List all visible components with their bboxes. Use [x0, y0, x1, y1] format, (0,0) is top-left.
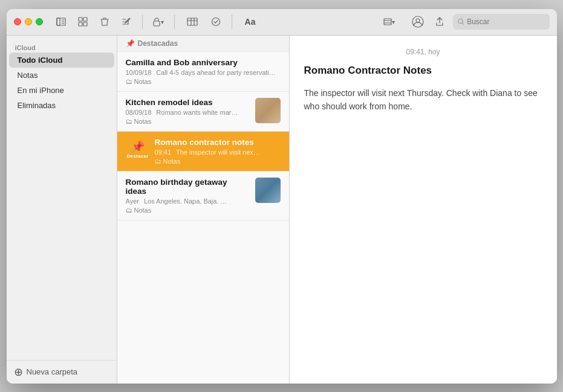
svg-point-18 — [412, 16, 423, 27]
note-folder-1: 🗂 Notas — [126, 78, 281, 85]
pin-icon-circle: 📌 Destacar — [126, 138, 150, 162]
svg-rect-0 — [57, 18, 60, 25]
svg-point-14 — [212, 18, 220, 26]
svg-rect-8 — [83, 22, 87, 26]
grid-view-button[interactable] — [74, 13, 91, 30]
minimize-button[interactable] — [25, 18, 32, 25]
note-meta-1: 10/09/18 Call 4-5 days ahead for party r… — [126, 69, 281, 76]
account-button[interactable] — [409, 13, 426, 30]
search-icon — [458, 18, 464, 25]
traffic-lights — [14, 18, 43, 25]
svg-rect-10 — [187, 18, 197, 25]
main-content: iCloud Todo iCloud Notas En mi iPhone El… — [7, 36, 557, 384]
sidebar-item-eliminadas[interactable]: Eliminadas — [9, 98, 114, 113]
lock-button[interactable]: ▾ — [150, 13, 167, 30]
folder-icon-2: 🗂 — [126, 118, 132, 125]
note-thumbnail-4 — [255, 178, 281, 203]
note-meta-2: 08/09/18 Romano wants white marble or gr… — [126, 109, 250, 116]
sidebar-item-label-iphone: En mi iPhone — [18, 86, 64, 95]
new-folder-button[interactable]: ⊕ Nueva carpeta — [14, 367, 109, 378]
svg-rect-15 — [384, 19, 391, 25]
notes-list-content: Camilla and Bob anniversary 10/09/18 Cal… — [117, 52, 289, 384]
note-thumbnail-2 — [255, 98, 281, 123]
note-item-inner-2: Kitchen remodel ideas 08/09/18 Romano wa… — [126, 98, 281, 125]
note-detail: 09:41, hoy Romano Contractor Notes The i… — [290, 36, 557, 384]
note-detail-body[interactable]: The inspector will visit next Thursday. … — [304, 86, 542, 114]
note-item-inner-4: Romano birthday getaway ideas Ayer Los A… — [126, 178, 281, 214]
sidebar-item-notas[interactable]: Notas — [9, 68, 114, 83]
note-item-3[interactable]: 📌 Destacar Romano contractor notes 09:41… — [117, 132, 289, 172]
note-text-2: Kitchen remodel ideas 08/09/18 Romano wa… — [126, 98, 250, 125]
note-title-3: Romano contractor notes — [155, 138, 281, 147]
folder-icon-4: 🗂 — [126, 207, 132, 214]
notes-list: 📌 Destacadas Camilla and Bob anniversary… — [117, 36, 290, 384]
svg-point-19 — [416, 19, 420, 22]
checklist-button[interactable] — [207, 13, 224, 30]
note-folder-3: 🗂 Notas — [155, 158, 281, 165]
note-title-1: Camilla and Bob anniversary — [126, 58, 281, 67]
sidebar-toggle-button[interactable] — [53, 13, 70, 30]
table-button[interactable] — [182, 13, 203, 30]
note-folder-4: 🗂 Notas — [126, 207, 250, 214]
svg-rect-9 — [154, 21, 160, 26]
note-text-4: Romano birthday getaway ideas Ayer Los A… — [126, 178, 250, 214]
sidebar-footer: ⊕ Nueva carpeta — [7, 360, 117, 384]
sidebar-item-label-notas: Notas — [18, 71, 38, 80]
sidebar: iCloud Todo iCloud Notas En mi iPhone El… — [7, 36, 117, 384]
section-header-label: Destacadas — [138, 39, 178, 48]
sidebar-item-todo[interactable]: Todo iCloud — [9, 53, 114, 68]
delete-button[interactable] — [96, 13, 113, 30]
folder-icon-1: 🗂 — [126, 78, 132, 85]
sidebar-section-icloud: iCloud — [7, 40, 117, 53]
compose-button[interactable] — [118, 13, 135, 30]
view-options-button[interactable]: ▾ — [374, 13, 405, 30]
maximize-button[interactable] — [36, 18, 43, 25]
pushpin-icon: 📌 — [131, 140, 145, 153]
sidebar-item-label-todo: Todo iCloud — [18, 56, 63, 65]
destacar-text: Destacar — [126, 153, 148, 159]
divider-1 — [142, 14, 143, 29]
divider-3 — [232, 14, 232, 29]
share-button[interactable] — [431, 13, 448, 30]
notes-section-header: 📌 Destacadas — [117, 36, 289, 52]
note-folder-2: 🗂 Notas — [126, 118, 250, 125]
note-detail-meta: 09:41, hoy — [304, 48, 542, 56]
note-meta-4: Ayer Los Angeles. Napa. Baja. Yosemite? — [126, 198, 250, 205]
selected-pin-area: 📌 Destacar Romano contractor notes 09:41… — [126, 138, 281, 165]
note-text-3: Romano contractor notes 09:41 The inspec… — [155, 138, 281, 165]
note-detail-title[interactable]: Romano Contractor Notes — [304, 65, 542, 77]
search-bar[interactable] — [453, 14, 550, 30]
note-item-2[interactable]: Kitchen remodel ideas 08/09/18 Romano wa… — [117, 92, 289, 132]
svg-rect-5 — [79, 18, 82, 21]
note-meta-3: 09:41 The inspector will visit next Thur… — [155, 149, 281, 156]
folder-icon-3: 🗂 — [155, 158, 161, 165]
svg-line-21 — [462, 23, 464, 25]
search-input[interactable] — [467, 18, 544, 26]
svg-rect-6 — [83, 18, 87, 21]
sidebar-item-label-eliminadas: Eliminadas — [18, 101, 56, 110]
app-window: ▾ Aa — [7, 9, 557, 384]
note-item-4[interactable]: Romano birthday getaway ideas Ayer Los A… — [117, 172, 289, 220]
close-button[interactable] — [14, 18, 21, 25]
svg-rect-7 — [79, 22, 82, 26]
format-button[interactable]: Aa — [239, 13, 261, 30]
note-item-1[interactable]: Camilla and Bob anniversary 10/09/18 Cal… — [117, 52, 289, 92]
divider-2 — [174, 14, 175, 29]
note-title-2: Kitchen remodel ideas — [126, 98, 250, 107]
note-title-4: Romano birthday getaway ideas — [126, 178, 250, 196]
plus-icon: ⊕ — [14, 367, 23, 378]
titlebar: ▾ Aa — [7, 9, 557, 36]
pin-icon: 📌 — [126, 39, 135, 48]
new-folder-label: Nueva carpeta — [27, 367, 78, 376]
sidebar-item-iphone[interactable]: En mi iPhone — [9, 83, 114, 98]
